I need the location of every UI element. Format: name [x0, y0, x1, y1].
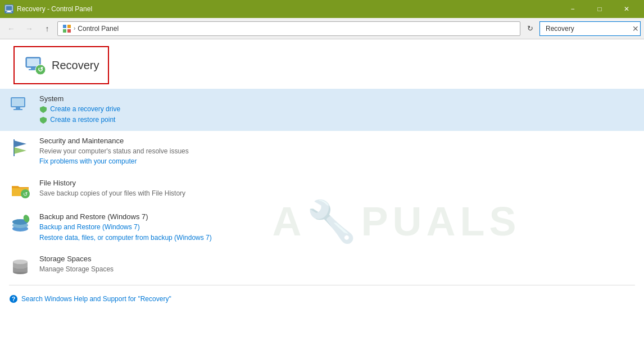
maximize-button[interactable]: □	[587, 0, 613, 18]
storage-item[interactable]: Storage Spaces Manage Storage Spaces	[0, 249, 644, 283]
address-bar: ← → ↑ › Control Panel ↻ ✕	[0, 18, 644, 39]
system-title: System	[39, 94, 635, 103]
help-link-text: Search Windows Help and Support for "Rec…	[21, 295, 171, 303]
search-box[interactable]: ✕	[539, 21, 641, 36]
page-header: ↺ Recovery	[13, 46, 109, 84]
svg-text:↺: ↺	[38, 66, 43, 74]
security-title: Security and Maintenance	[39, 137, 635, 145]
create-recovery-drive-link[interactable]: Create a recovery drive	[39, 104, 635, 115]
svg-rect-18	[13, 109, 22, 110]
breadcrumb-item: Control Panel	[78, 25, 119, 33]
fix-problems-link[interactable]: Fix problems with your computer	[39, 156, 635, 167]
recovery-icon: ↺	[24, 54, 46, 76]
storage-desc: Manage Storage Spaces	[39, 264, 635, 274]
svg-rect-6	[67, 29, 71, 33]
search-clear-button[interactable]: ✕	[631, 23, 640, 34]
svg-rect-2	[6, 12, 12, 12]
system-icon	[9, 94, 31, 117]
app-icon	[4, 4, 13, 13]
svg-marker-20	[14, 140, 26, 147]
main-content: ↺ Recovery A🔧PUALS System	[0, 39, 644, 345]
svg-rect-16	[12, 98, 24, 106]
security-icon	[9, 137, 31, 159]
breadcrumb-separator: ›	[74, 25, 75, 31]
security-item[interactable]: Security and Maintenance Review your com…	[0, 131, 644, 172]
svg-marker-21	[14, 147, 26, 154]
close-button[interactable]: ✕	[614, 0, 640, 18]
security-desc1: Review your computer's status and resolv…	[39, 146, 635, 156]
backup-icon	[9, 212, 31, 235]
system-content: System Create a recovery drive Create a …	[39, 94, 635, 125]
create-restore-point-link[interactable]: Create a restore point	[39, 115, 635, 125]
storage-content: Storage Spaces Manage Storage Spaces	[39, 255, 635, 274]
window-title: Recovery - Control Panel	[17, 5, 560, 13]
storage-title: Storage Spaces	[39, 255, 635, 263]
system-item[interactable]: System Create a recovery drive Create a …	[0, 89, 644, 131]
svg-rect-0	[6, 6, 12, 11]
svg-rect-3	[63, 25, 66, 28]
svg-text:↺: ↺	[23, 191, 28, 197]
forward-button[interactable]: →	[21, 21, 37, 37]
svg-rect-11	[31, 67, 35, 69]
control-panel-icon	[62, 24, 71, 33]
window-controls: − □ ✕	[560, 0, 640, 18]
security-content: Security and Maintenance Review your com…	[39, 137, 635, 167]
divider	[9, 285, 635, 285]
page-title: Recovery	[52, 59, 99, 72]
restore-data-link[interactable]: Restore data, files, or computer from ba…	[39, 233, 635, 243]
svg-rect-17	[16, 107, 20, 109]
refresh-button[interactable]: ↻	[523, 21, 537, 36]
back-button[interactable]: ←	[3, 21, 19, 37]
minimize-button[interactable]: −	[560, 0, 586, 18]
title-bar: Recovery - Control Panel − □ ✕	[0, 0, 644, 18]
backup-restore-link[interactable]: Backup and Restore (Windows 7)	[39, 222, 635, 233]
filehistory-item[interactable]: ↺ File History Save backup copies of you…	[0, 173, 644, 207]
content-wrapper: A🔧PUALS System Create a recovery drive	[0, 89, 644, 345]
filehistory-desc: Save backup copies of your files with Fi…	[39, 188, 635, 198]
breadcrumb: › Control Panel	[62, 24, 119, 33]
svg-rect-10	[27, 58, 39, 66]
backup-title: Backup and Restore (Windows 7)	[39, 212, 635, 221]
help-icon: ?	[9, 294, 18, 303]
search-input[interactable]	[546, 25, 630, 33]
backup-content: Backup and Restore (Windows 7) Backup an…	[39, 212, 635, 243]
storage-icon	[9, 255, 31, 277]
address-box[interactable]: › Control Panel	[57, 21, 520, 36]
svg-rect-1	[7, 11, 11, 12]
help-link[interactable]: ? Search Windows Help and Support for "R…	[0, 288, 644, 310]
filehistory-icon: ↺	[9, 179, 31, 201]
svg-rect-5	[63, 29, 66, 33]
filehistory-content: File History Save backup copies of your …	[39, 179, 635, 198]
backup-item[interactable]: Backup and Restore (Windows 7) Backup an…	[0, 207, 644, 249]
svg-rect-4	[67, 25, 71, 28]
svg-point-33	[13, 260, 28, 264]
page-header-container: ↺ Recovery	[0, 39, 644, 89]
up-button[interactable]: ↑	[39, 21, 55, 37]
filehistory-title: File History	[39, 179, 635, 187]
svg-text:?: ?	[12, 296, 16, 302]
